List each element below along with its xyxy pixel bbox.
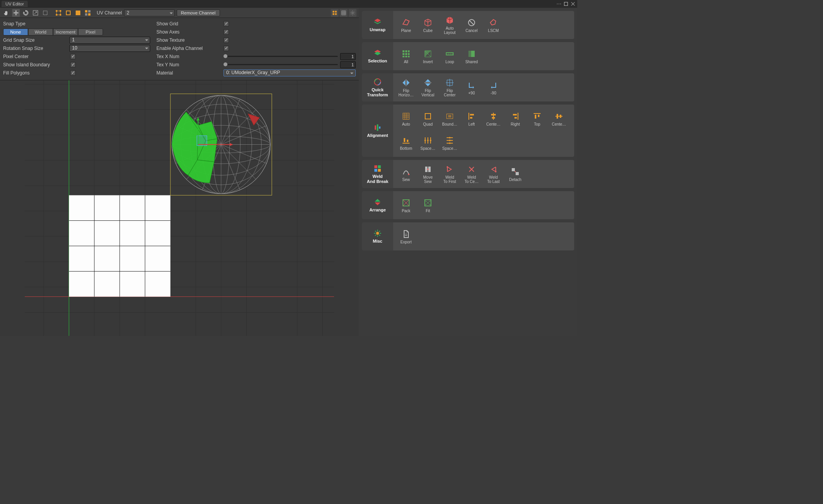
edge-mode-icon[interactable] xyxy=(64,9,72,17)
loop-icon xyxy=(445,49,455,59)
rotate-tool-icon[interactable] xyxy=(22,9,30,17)
texx-field[interactable]: 1 xyxy=(340,53,356,60)
tool-weld-5[interactable]: Detach xyxy=(505,162,526,186)
face-mode-icon[interactable] xyxy=(74,9,82,17)
svg-point-125 xyxy=(430,140,431,141)
svg-rect-112 xyxy=(535,115,536,119)
show-tex-checkbox[interactable] xyxy=(223,37,229,43)
svg-rect-22 xyxy=(335,13,337,14)
misc-group-icon xyxy=(373,229,382,238)
svg-point-142 xyxy=(495,171,497,172)
uv-viewport[interactable] xyxy=(0,80,359,336)
pixel-center-checkbox[interactable] xyxy=(70,54,76,59)
tool-alignment-4[interactable]: Cente… xyxy=(483,107,504,130)
top-toolbar: UV Channel 2 Remove Channel xyxy=(0,8,359,18)
snap-type-segments[interactable]: None World Increment Pixel xyxy=(3,28,103,35)
all-icon xyxy=(401,49,411,59)
svg-rect-144 xyxy=(516,172,519,175)
island-boundary-checkbox[interactable] xyxy=(70,62,76,67)
remove-channel-button[interactable]: Remove Channel xyxy=(177,9,220,16)
svg-rect-134 xyxy=(374,169,377,171)
svg-rect-118 xyxy=(404,138,405,142)
options-icon[interactable] xyxy=(556,1,562,7)
scale-tool-icon[interactable] xyxy=(32,9,39,17)
texy-field[interactable]: 1 xyxy=(340,61,356,68)
rot-snap-input[interactable]: 10 xyxy=(69,45,150,52)
tool-weld-4[interactable]: WeldTo Last xyxy=(483,162,504,186)
tool-unwrap-4[interactable]: LSCM xyxy=(483,13,504,37)
tool-unwrap-3[interactable]: Cancel xyxy=(461,13,482,37)
tool-unwrap-1[interactable]: Cube xyxy=(417,13,438,37)
tool-weld-3[interactable]: WeldTo Ce… xyxy=(461,162,482,186)
left-icon xyxy=(466,111,477,121)
island-mode-icon[interactable] xyxy=(84,9,92,17)
group-arrange: Arrange xyxy=(362,191,393,219)
svg-rect-78 xyxy=(405,50,407,52)
uvchannel-dropdown[interactable]: 2 xyxy=(124,9,175,16)
show-axes-checkbox[interactable] xyxy=(223,29,229,35)
fit-icon xyxy=(423,198,433,208)
view-grid1-icon[interactable] xyxy=(331,9,339,17)
svg-rect-79 xyxy=(408,50,410,52)
window-tab[interactable]: UV Editor xyxy=(2,1,28,7)
tool-alignment-7[interactable]: Cente… xyxy=(548,107,569,130)
texy-label: Tex Y Num xyxy=(156,62,223,67)
fill-poly-checkbox[interactable] xyxy=(70,70,76,76)
tool-alignment-9[interactable]: Space… xyxy=(417,131,438,154)
export-icon xyxy=(401,229,411,239)
texx-slider[interactable] xyxy=(223,56,338,57)
tool-arrange-0[interactable]: Pack xyxy=(396,193,417,217)
tool-alignment-5[interactable]: Right xyxy=(505,107,526,130)
tool-alignment-8[interactable]: Bottom xyxy=(396,131,417,154)
tool-unwrap-0[interactable]: Plane xyxy=(396,13,417,37)
snap-pixel[interactable]: Pixel xyxy=(78,28,103,35)
tool-unwrap-2[interactable]: AutoLayout xyxy=(439,13,460,37)
svg-line-154 xyxy=(379,231,380,232)
svg-rect-106 xyxy=(491,114,496,115)
snap-world[interactable]: World xyxy=(28,28,53,35)
svg-rect-91 xyxy=(471,51,475,57)
tool-alignment-2[interactable]: Bound… xyxy=(439,107,460,130)
tool-misc-0[interactable]: Export xyxy=(396,225,417,248)
settings-gear-icon[interactable] xyxy=(349,9,357,17)
show-grid-checkbox[interactable] xyxy=(223,21,229,27)
tool-qtransform-3[interactable]: +90 xyxy=(461,76,482,99)
hand-tool-icon[interactable] xyxy=(2,9,10,17)
svg-point-123 xyxy=(424,140,426,141)
view-grid2-icon[interactable] xyxy=(340,9,348,17)
tool-alignment-1[interactable]: Quad xyxy=(417,107,438,130)
tool-selection-3[interactable]: Shared xyxy=(461,44,482,68)
tool-alignment-0[interactable]: Auto xyxy=(396,107,417,130)
tool-alignment-3[interactable]: Left xyxy=(461,107,482,130)
maximize-icon[interactable] xyxy=(563,1,569,7)
svg-point-141 xyxy=(471,169,472,170)
rect-tool-icon[interactable] xyxy=(41,9,49,17)
move-tool-icon[interactable] xyxy=(12,9,20,17)
snap-none[interactable]: None xyxy=(3,28,28,35)
tool-selection-2[interactable]: Loop xyxy=(439,44,460,68)
tool-alignment-6[interactable]: Top xyxy=(527,107,548,130)
tool-arrange-1[interactable]: Fit xyxy=(417,193,438,217)
tool-alignment-10[interactable]: Space… xyxy=(439,131,460,154)
alpha-checkbox[interactable] xyxy=(223,46,229,51)
tool-qtransform-1[interactable]: FlipVertical xyxy=(417,76,438,99)
tool-qtransform-4[interactable]: -90 xyxy=(483,76,504,99)
group-weld: WeldAnd Break xyxy=(362,160,393,188)
fill-poly-label: Fill Polygons xyxy=(3,70,70,76)
tool-weld-1[interactable]: MoveSew xyxy=(417,162,438,186)
svg-line-155 xyxy=(375,235,376,236)
tool-qtransform-2[interactable]: FlipCenter xyxy=(439,76,460,99)
snap-increment[interactable]: Increment xyxy=(53,28,78,35)
close-icon[interactable] xyxy=(570,1,576,7)
aauto-icon xyxy=(401,111,411,121)
texy-slider[interactable] xyxy=(223,64,338,65)
vertex-mode-icon[interactable] xyxy=(55,9,62,17)
material-dropdown[interactable]: 0: UModelerX_Gray_URP xyxy=(223,69,356,76)
tool-selection-0[interactable]: All xyxy=(396,44,417,68)
tool-selection-1[interactable]: Invert xyxy=(417,44,438,68)
tool-weld-2[interactable]: WeldTo First xyxy=(439,162,460,186)
tool-qtransform-0[interactable]: FlipHorizo… xyxy=(396,76,417,99)
grid-snap-input[interactable]: 1 xyxy=(69,37,150,44)
tool-weld-0[interactable]: Sew xyxy=(396,162,417,186)
svg-rect-20 xyxy=(335,11,337,12)
